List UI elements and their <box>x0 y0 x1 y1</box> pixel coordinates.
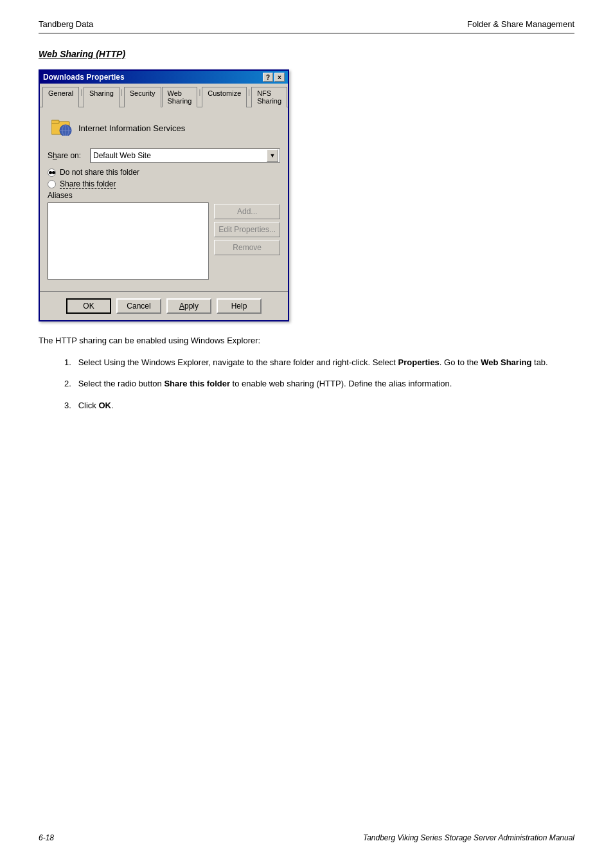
aliases-container: Add... Edit Properties... Remove <box>48 203 280 280</box>
tab-general[interactable]: General <box>42 87 79 107</box>
page-footer: 6-18 Tandberg Viking Series Storage Serv… <box>39 833 574 842</box>
step-1: 1. Select Using the Windows Explorer, na… <box>64 356 574 369</box>
share-on-value: Default Web Site <box>92 151 267 160</box>
page-header: Tandberg Data Folder & Share Management <box>39 19 574 29</box>
add-button[interactable]: Add... <box>214 204 280 219</box>
tab-sep-2: | <box>120 86 123 107</box>
dialog-tabs: General | Sharing | Security Web Sharing… <box>40 84 288 107</box>
tab-customize[interactable]: Customize <box>202 87 247 107</box>
radio-share-label: Share this folder <box>60 179 116 188</box>
radio-share[interactable] <box>48 180 56 188</box>
dialog-title: Downloads Properties <box>43 73 125 82</box>
aliases-label: Aliases <box>48 191 280 200</box>
apply-button[interactable]: Apply <box>166 298 211 314</box>
close-button[interactable]: × <box>274 73 285 82</box>
iis-header: Internet Information Services <box>48 114 280 142</box>
section-title: Web Sharing (HTTP) <box>39 49 574 59</box>
share-on-dropdown-arrow[interactable]: ▼ <box>267 149 278 162</box>
header-rule <box>39 33 574 33</box>
footer-right: Tandberg Viking Series Storage Server Ad… <box>363 833 574 842</box>
steps-list: 1. Select Using the Windows Explorer, na… <box>64 356 574 412</box>
tab-content: Internet Information Services Share on: … <box>40 107 288 291</box>
tab-web-sharing[interactable]: Web Sharing <box>162 87 198 107</box>
tab-sep-3: | <box>198 86 201 107</box>
help-button[interactable]: ? <box>263 73 273 82</box>
tab-sharing[interactable]: Sharing <box>84 87 120 107</box>
header-right: Folder & Share Management <box>467 19 574 29</box>
downloads-properties-dialog: Downloads Properties ? × General | Shari… <box>39 69 289 321</box>
share-on-row: Share on: Default Web Site ▼ <box>48 149 280 163</box>
step-2: 2. Select the radio button Share this fo… <box>64 377 574 390</box>
radio-do-not-share[interactable] <box>48 168 56 177</box>
edit-properties-button[interactable]: Edit Properties... <box>214 222 280 237</box>
help-footer-button[interactable]: Help <box>217 298 262 314</box>
header-left: Tandberg Data <box>39 19 93 29</box>
remove-button[interactable]: Remove <box>214 240 280 255</box>
svg-rect-1 <box>51 120 59 123</box>
cancel-button[interactable]: Cancel <box>116 298 161 314</box>
ok-button[interactable]: OK <box>66 298 111 314</box>
radio-do-not-share-row: Do not share this folder <box>48 168 280 177</box>
iis-label: Internet Information Services <box>78 123 185 133</box>
dialog-titlebar: Downloads Properties ? × <box>40 71 288 84</box>
titlebar-buttons: ? × <box>263 73 285 82</box>
step-3: 3. Click OK. <box>64 399 574 412</box>
aliases-buttons: Add... Edit Properties... Remove <box>214 203 280 280</box>
tab-sep-4: | <box>247 86 251 107</box>
radio-do-not-share-label: Do not share this folder <box>60 168 139 177</box>
radio-share-row: Share this folder <box>48 179 280 188</box>
iis-icon <box>51 118 72 138</box>
tab-sep-1: | <box>80 86 83 107</box>
footer-left: 6-18 <box>39 833 54 842</box>
share-on-select[interactable]: Default Web Site ▼ <box>90 149 280 163</box>
body-text: The HTTP sharing can be enabled using Wi… <box>39 334 574 347</box>
tab-security[interactable]: Security <box>124 87 161 107</box>
dialog-footer: OK Cancel Apply Help <box>40 291 288 320</box>
tab-nfs-sharing[interactable]: NFS Sharing <box>251 87 287 107</box>
aliases-list <box>48 203 209 280</box>
share-on-label: Share on: <box>48 151 86 160</box>
